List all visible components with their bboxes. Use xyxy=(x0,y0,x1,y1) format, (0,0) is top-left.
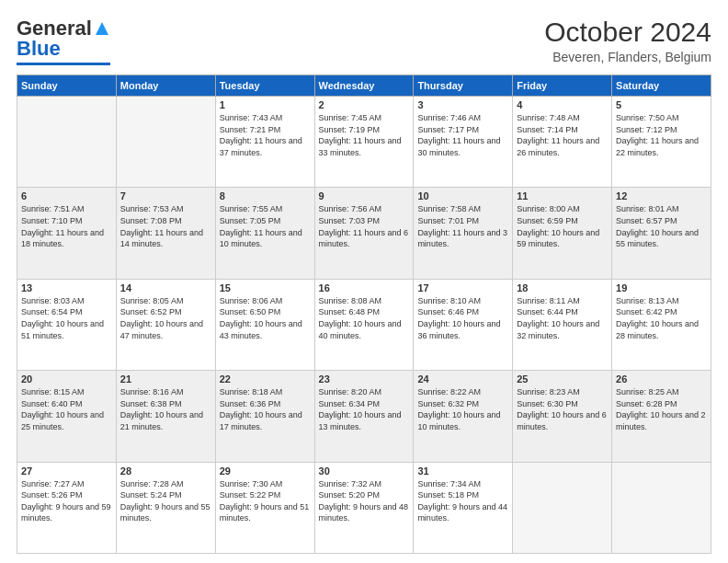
logo-triangle-icon xyxy=(94,20,110,37)
day-number: 31 xyxy=(417,465,508,477)
day-info: Sunrise: 8:15 AMSunset: 6:40 PMDaylight:… xyxy=(21,386,112,432)
calendar-day-cell: 24Sunrise: 8:22 AMSunset: 6:32 PMDayligh… xyxy=(414,371,513,462)
day-number: 19 xyxy=(616,282,707,293)
day-info: Sunrise: 8:13 AMSunset: 6:42 PMDaylight:… xyxy=(616,295,707,341)
day-info: Sunrise: 7:56 AMSunset: 7:03 PMDaylight:… xyxy=(319,203,410,249)
calendar-day-cell: 30Sunrise: 7:32 AMSunset: 5:20 PMDayligh… xyxy=(314,462,414,553)
day-info: Sunrise: 8:08 AMSunset: 6:48 PMDaylight:… xyxy=(319,295,410,341)
day-number: 13 xyxy=(21,282,112,293)
day-info: Sunrise: 7:50 AMSunset: 7:12 PMDaylight:… xyxy=(616,112,707,158)
day-info: Sunrise: 7:58 AMSunset: 7:01 PMDaylight:… xyxy=(417,203,508,249)
day-info: Sunrise: 8:16 AMSunset: 6:38 PMDaylight:… xyxy=(120,386,211,432)
day-info: Sunrise: 7:28 AMSunset: 5:24 PMDaylight:… xyxy=(120,478,211,524)
day-of-week-header: Tuesday xyxy=(215,75,314,97)
day-number: 23 xyxy=(319,373,410,385)
calendar-day-cell: 4Sunrise: 7:48 AMSunset: 7:14 PMDaylight… xyxy=(513,97,612,188)
calendar-day-cell: 27Sunrise: 7:27 AMSunset: 5:26 PMDayligh… xyxy=(17,462,117,553)
day-info: Sunrise: 8:00 AMSunset: 6:59 PMDaylight:… xyxy=(517,203,608,249)
day-number: 4 xyxy=(517,99,608,110)
day-info: Sunrise: 7:30 AMSunset: 5:22 PMDaylight:… xyxy=(220,478,311,524)
day-number: 28 xyxy=(120,465,211,477)
day-info: Sunrise: 8:10 AMSunset: 6:46 PMDaylight:… xyxy=(417,295,508,341)
calendar-page: General Blue October 2024 Beveren, Fland… xyxy=(0,0,728,563)
calendar-day-cell: 28Sunrise: 7:28 AMSunset: 5:24 PMDayligh… xyxy=(116,462,215,553)
day-number: 24 xyxy=(417,373,508,385)
calendar-day-cell: 17Sunrise: 8:10 AMSunset: 6:46 PMDayligh… xyxy=(414,279,513,370)
day-number: 17 xyxy=(417,282,508,293)
day-of-week-header: Wednesday xyxy=(314,75,414,97)
calendar-day-cell: 14Sunrise: 8:05 AMSunset: 6:52 PMDayligh… xyxy=(116,279,215,370)
calendar-day-cell: 18Sunrise: 8:11 AMSunset: 6:44 PMDayligh… xyxy=(513,279,612,370)
logo-underline xyxy=(17,63,110,65)
calendar-week-row: 1Sunrise: 7:43 AMSunset: 7:21 PMDaylight… xyxy=(17,97,711,188)
day-number: 20 xyxy=(21,373,112,385)
calendar-day-cell: 2Sunrise: 7:45 AMSunset: 7:19 PMDaylight… xyxy=(314,97,414,188)
calendar-day-cell: 16Sunrise: 8:08 AMSunset: 6:48 PMDayligh… xyxy=(314,279,414,370)
calendar-day-cell: 15Sunrise: 8:06 AMSunset: 6:50 PMDayligh… xyxy=(215,279,314,370)
day-info: Sunrise: 8:18 AMSunset: 6:36 PMDaylight:… xyxy=(220,386,311,432)
day-info: Sunrise: 7:48 AMSunset: 7:14 PMDaylight:… xyxy=(517,112,608,158)
calendar-week-row: 20Sunrise: 8:15 AMSunset: 6:40 PMDayligh… xyxy=(17,371,711,462)
calendar-day-cell xyxy=(513,462,612,553)
calendar-day-cell: 9Sunrise: 7:56 AMSunset: 7:03 PMDaylight… xyxy=(314,188,414,279)
calendar-day-cell: 11Sunrise: 8:00 AMSunset: 6:59 PMDayligh… xyxy=(513,188,612,279)
day-number: 27 xyxy=(21,465,112,477)
calendar-week-row: 13Sunrise: 8:03 AMSunset: 6:54 PMDayligh… xyxy=(17,279,711,370)
calendar-day-cell: 23Sunrise: 8:20 AMSunset: 6:34 PMDayligh… xyxy=(314,371,414,462)
calendar-day-cell: 25Sunrise: 8:23 AMSunset: 6:30 PMDayligh… xyxy=(513,371,612,462)
calendar-day-cell: 13Sunrise: 8:03 AMSunset: 6:54 PMDayligh… xyxy=(17,279,117,370)
day-info: Sunrise: 8:01 AMSunset: 6:57 PMDaylight:… xyxy=(616,203,707,249)
calendar-day-cell: 26Sunrise: 8:25 AMSunset: 6:28 PMDayligh… xyxy=(612,371,711,462)
day-number: 6 xyxy=(21,190,112,201)
day-number: 30 xyxy=(319,465,410,477)
day-info: Sunrise: 8:22 AMSunset: 6:32 PMDaylight:… xyxy=(417,386,508,432)
calendar-day-cell: 6Sunrise: 7:51 AMSunset: 7:10 PMDaylight… xyxy=(17,188,117,279)
day-number: 21 xyxy=(120,373,211,385)
day-number: 26 xyxy=(616,373,707,385)
day-number: 15 xyxy=(220,282,311,293)
day-of-week-header: Saturday xyxy=(612,75,711,97)
calendar-day-cell: 10Sunrise: 7:58 AMSunset: 7:01 PMDayligh… xyxy=(414,188,513,279)
header: General Blue October 2024 Beveren, Fland… xyxy=(17,17,711,65)
day-number: 12 xyxy=(616,190,707,201)
calendar-day-cell: 12Sunrise: 8:01 AMSunset: 6:57 PMDayligh… xyxy=(612,188,711,279)
day-info: Sunrise: 7:46 AMSunset: 7:17 PMDaylight:… xyxy=(417,112,508,158)
day-of-week-header: Monday xyxy=(116,75,215,97)
calendar-day-cell: 20Sunrise: 8:15 AMSunset: 6:40 PMDayligh… xyxy=(17,371,117,462)
day-number: 11 xyxy=(517,190,608,201)
day-number: 7 xyxy=(120,190,211,201)
day-number: 29 xyxy=(220,465,311,477)
day-of-week-header: Sunday xyxy=(17,75,117,97)
day-number: 8 xyxy=(220,190,311,201)
day-info: Sunrise: 7:32 AMSunset: 5:20 PMDaylight:… xyxy=(319,478,410,524)
calendar-week-row: 27Sunrise: 7:27 AMSunset: 5:26 PMDayligh… xyxy=(17,462,711,553)
day-info: Sunrise: 7:43 AMSunset: 7:21 PMDaylight:… xyxy=(220,112,311,158)
day-info: Sunrise: 7:34 AMSunset: 5:18 PMDaylight:… xyxy=(417,478,508,524)
day-number: 22 xyxy=(220,373,311,385)
day-number: 9 xyxy=(319,190,410,201)
day-info: Sunrise: 8:11 AMSunset: 6:44 PMDaylight:… xyxy=(517,295,608,341)
day-info: Sunrise: 8:05 AMSunset: 6:52 PMDaylight:… xyxy=(120,295,211,341)
day-info: Sunrise: 8:23 AMSunset: 6:30 PMDaylight:… xyxy=(517,386,608,432)
day-info: Sunrise: 7:45 AMSunset: 7:19 PMDaylight:… xyxy=(319,112,410,158)
calendar-header-row: SundayMondayTuesdayWednesdayThursdayFrid… xyxy=(17,75,711,97)
calendar-day-cell xyxy=(612,462,711,553)
day-info: Sunrise: 7:53 AMSunset: 7:08 PMDaylight:… xyxy=(120,203,211,249)
calendar-day-cell: 19Sunrise: 8:13 AMSunset: 6:42 PMDayligh… xyxy=(612,279,711,370)
calendar-day-cell: 7Sunrise: 7:53 AMSunset: 7:08 PMDaylight… xyxy=(116,188,215,279)
calendar-day-cell: 1Sunrise: 7:43 AMSunset: 7:21 PMDaylight… xyxy=(215,97,314,188)
day-of-week-header: Thursday xyxy=(414,75,513,97)
calendar-day-cell: 22Sunrise: 8:18 AMSunset: 6:36 PMDayligh… xyxy=(215,371,314,462)
calendar-day-cell xyxy=(17,97,117,188)
calendar-table: SundayMondayTuesdayWednesdayThursdayFrid… xyxy=(17,75,711,554)
day-of-week-header: Friday xyxy=(513,75,612,97)
month-year: October 2024 xyxy=(544,17,711,48)
day-info: Sunrise: 7:27 AMSunset: 5:26 PMDaylight:… xyxy=(21,478,112,524)
day-info: Sunrise: 7:55 AMSunset: 7:05 PMDaylight:… xyxy=(220,203,311,249)
calendar-day-cell: 21Sunrise: 8:16 AMSunset: 6:38 PMDayligh… xyxy=(116,371,215,462)
day-number: 3 xyxy=(417,99,508,110)
svg-marker-0 xyxy=(96,22,108,35)
calendar-day-cell: 5Sunrise: 7:50 AMSunset: 7:12 PMDaylight… xyxy=(612,97,711,188)
day-number: 18 xyxy=(517,282,608,293)
calendar-day-cell xyxy=(116,97,215,188)
